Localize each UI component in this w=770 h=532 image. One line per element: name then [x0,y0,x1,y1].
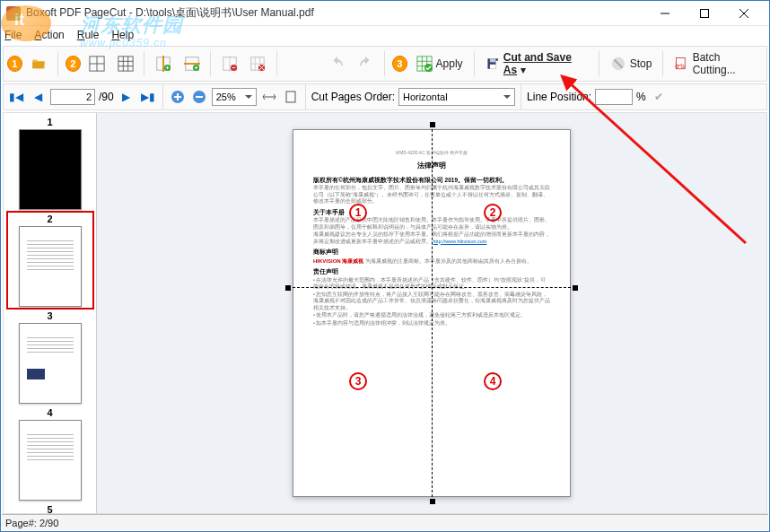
step-badge-3: 3 [392,56,407,72]
menu-file[interactable]: File [4,29,22,41]
add-horizontal-cut-button[interactable] [180,51,203,76]
page-toolbar: ▮◀ ◀ /90 ▶ ▶▮ 25% Cut Pages Order: Horiz… [3,83,767,110]
thumbnail-panel: 1 2 3 4 5 [4,113,97,513]
svg-rect-0 [701,9,709,17]
svg-rect-21 [286,92,295,102]
window-title: Boxoft PDF PageCut - D:\tools\桌面\说明书\Use… [26,5,645,21]
svg-rect-13 [489,65,495,69]
confirm-line-button[interactable]: ✔ [650,88,668,106]
thumbnail-5[interactable]: 5 [9,504,92,513]
cut-order-select[interactable]: Horizontal [398,88,515,106]
page-number-input[interactable] [50,89,95,105]
minimize-button[interactable] [645,3,685,24]
menu-action[interactable]: Action [34,29,64,41]
main-toolbar: 1 2 3 Apply Cut and Save As ▾ Stop Batch… [3,46,767,82]
svg-rect-14 [489,58,495,62]
fit-page-button[interactable] [282,88,300,106]
app-icon [6,6,21,21]
batch-cutting-button[interactable]: Batch Cutting... [670,51,763,76]
quadrant-marker-4: 4 [484,372,502,390]
zoom-select[interactable]: 25% [212,88,257,106]
status-bar: Page#: 2/90 [2,514,768,530]
quadrant-marker-2: 2 [484,204,502,222]
next-page-button[interactable]: ▶ [118,88,136,106]
workspace: 1 2 3 4 5 iVMS-4200 AC 客户端软件 用户手册 法律声明 版… [3,112,767,514]
thumbnail-2[interactable]: 2 [9,214,92,307]
thumbnail-3[interactable]: 3 [9,310,92,404]
grid-2x2-button[interactable] [86,51,109,76]
maximize-button[interactable] [685,3,724,24]
delete-cut-button[interactable] [218,51,241,76]
close-button[interactable] [724,3,764,24]
quadrant-marker-1: 1 [349,204,367,222]
menu-rule[interactable]: Rule [77,29,100,41]
thumbnail-1[interactable]: 1 [9,117,92,210]
first-page-button[interactable]: ▮◀ [7,88,25,106]
step-badge-1: 1 [7,56,22,72]
cut-order-label: Cut Pages Order: [311,91,395,103]
titlebar: Boxoft PDF PageCut - D:\tools\桌面\说明书\Use… [1,1,769,26]
last-page-button[interactable]: ▶▮ [139,88,157,106]
cut-and-save-as-button[interactable]: Cut and Save As ▾ [482,51,591,76]
grid-3x3-button[interactable] [114,51,136,76]
zoom-out-button[interactable] [190,88,208,106]
step-badge-2: 2 [66,56,81,72]
line-position-unit: % [636,91,646,103]
svg-rect-2 [118,57,133,71]
status-page: Page#: 2/90 [5,518,58,528]
svg-rect-16 [677,57,686,68]
cut-save-label: Cut and Save As [503,51,572,76]
prev-page-button[interactable]: ◀ [29,88,47,106]
undo-button[interactable] [326,51,348,76]
menubar: File Action Rule Help [1,26,769,44]
stop-button: Stop [607,51,656,76]
fit-width-button[interactable] [260,88,278,106]
redo-button[interactable] [354,51,377,76]
apply-button[interactable]: Apply [413,51,467,76]
delete-all-cuts-button[interactable] [247,51,269,76]
horizontal-cut-line[interactable] [288,287,575,288]
vertical-cut-line[interactable] [432,125,433,501]
line-position-input[interactable] [595,89,633,105]
page-total: /90 [99,91,114,103]
page-sheet: iVMS-4200 AC 客户端软件 用户手册 法律声明 版权所有©杭州海康威视… [293,129,571,497]
add-vertical-cut-button[interactable] [152,51,174,76]
quadrant-marker-3: 3 [349,372,367,390]
menu-help[interactable]: Help [111,29,134,41]
page-canvas[interactable]: iVMS-4200 AC 客户端软件 用户手册 法律声明 版权所有©杭州海康威视… [97,113,766,513]
thumbnail-4[interactable]: 4 [9,407,92,501]
open-file-button[interactable] [28,51,50,76]
zoom-in-button[interactable] [169,88,187,106]
line-position-label: Line Position: [527,91,591,103]
